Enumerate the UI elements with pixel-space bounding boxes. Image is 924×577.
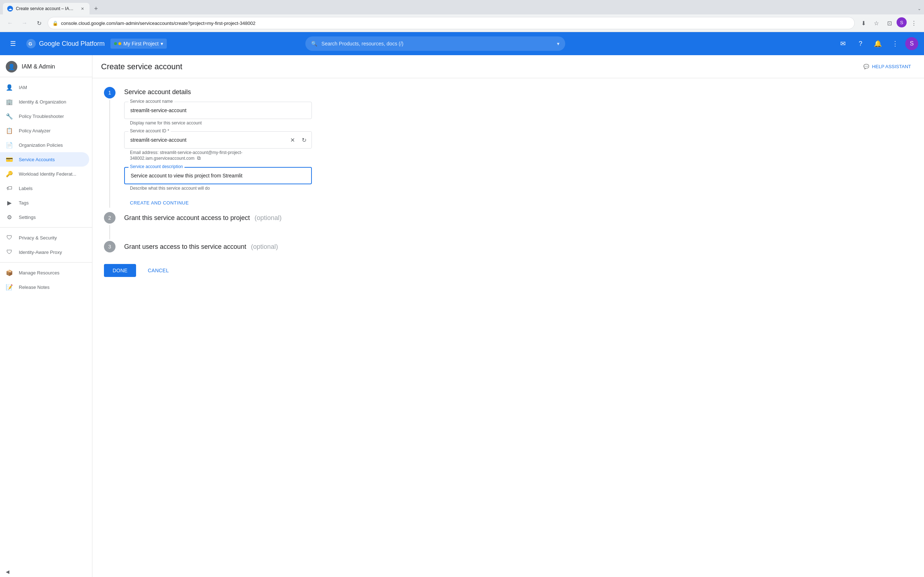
- lock-icon: 🔒: [52, 21, 58, 26]
- step1-circle: 1: [104, 87, 115, 98]
- refresh-button[interactable]: ↻: [33, 17, 45, 29]
- browser-more-button[interactable]: ⋮: [908, 17, 920, 29]
- tab-favicon: ☁: [7, 6, 13, 11]
- org-policies-icon: 📄: [6, 142, 13, 148]
- service-account-name-input[interactable]: [124, 102, 312, 119]
- header-actions: ✉ ? 🔔 ⋮ S: [836, 36, 918, 51]
- iam-icon: 👤: [6, 84, 13, 91]
- step1-connector-line: [109, 100, 110, 208]
- release-notes-icon: 📝: [6, 284, 13, 291]
- user-avatar[interactable]: S: [905, 37, 918, 50]
- more-options-button[interactable]: ⋮: [888, 36, 902, 51]
- sidebar-item-release-notes[interactable]: 📝 Release Notes: [0, 280, 89, 294]
- tags-icon: ▶: [6, 200, 13, 206]
- page-header: Create service account 💬 HELP ASSISTANT: [92, 55, 924, 78]
- step1-indicator: 1: [104, 87, 115, 209]
- google-cloud-logo-icon: G: [26, 39, 36, 49]
- sidebar-item-manage-resources[interactable]: 📦 Manage Resources: [0, 266, 89, 280]
- sidebar-item-labels[interactable]: 🏷 Labels: [0, 181, 89, 195]
- sidebar-item-policy-analyzer[interactable]: 📋 Policy Analyzer: [0, 123, 89, 138]
- app-logo-text: Google Cloud Platform: [39, 40, 105, 48]
- sidebar: 👤 IAM & Admin 👤 IAM 🏢 Identity & Organiz…: [0, 55, 92, 577]
- sidebar-item-settings[interactable]: ⚙ Settings: [0, 210, 89, 224]
- bookmark-button[interactable]: ☆: [871, 17, 882, 29]
- sidebar-item-tags[interactable]: ▶ Tags: [0, 195, 89, 210]
- notification-icon-button[interactable]: 🔔: [871, 36, 885, 51]
- sidebar-item-org-policies[interactable]: 📄 Organization Policies: [0, 138, 89, 152]
- sidebar-item-identity-aware-proxy[interactable]: 🛡 Identity-Aware Proxy: [0, 245, 89, 259]
- sidebar-item-workload-identity[interactable]: 🔑 Workload Identity Federat...: [0, 167, 89, 181]
- create-and-continue-button[interactable]: CREATE AND CONTINUE: [124, 197, 195, 209]
- browser-chrome: ☁ Create service account – IAM & ✕ + ⌄ ←…: [0, 0, 924, 32]
- step2-content: Grant this service account access to pro…: [124, 212, 406, 241]
- app-logo: G Google Cloud Platform: [26, 39, 105, 49]
- sidebar-label-tags: Tags: [19, 200, 29, 206]
- step3-content: Grant users access to this service accou…: [124, 241, 406, 253]
- service-accounts-icon: 💳: [6, 156, 13, 163]
- copy-email-button[interactable]: ⧉: [197, 155, 201, 161]
- done-button[interactable]: DONE: [104, 264, 136, 277]
- service-account-name-label: Service account name: [129, 99, 174, 104]
- cancel-button[interactable]: CANCEL: [139, 264, 177, 277]
- download-button[interactable]: ⬇: [858, 17, 869, 29]
- project-selector[interactable]: My First Project ▾: [110, 39, 167, 49]
- project-name: My First Project: [123, 41, 158, 47]
- svg-text:G: G: [29, 41, 32, 47]
- tab-title: Create service account – IAM &: [16, 6, 76, 11]
- email-display: Email address: streamlit-service-account…: [124, 150, 406, 161]
- privacy-security-icon: 🛡: [6, 234, 13, 241]
- forward-button[interactable]: →: [19, 17, 30, 29]
- create-continue-wrapper: CREATE AND CONTINUE: [124, 197, 406, 209]
- nav-bar: ← → ↻ 🔒 console.cloud.google.com/iam-adm…: [0, 15, 924, 32]
- service-account-id-input[interactable]: [124, 131, 312, 148]
- sidebar-label-service-accounts: Service Accounts: [19, 157, 55, 162]
- sidebar-collapse-button[interactable]: ◀: [0, 566, 92, 577]
- labels-icon: 🏷: [6, 185, 13, 192]
- address-url: console.cloud.google.com/iam-admin/servi…: [61, 21, 850, 26]
- sidebar-item-iam[interactable]: 👤 IAM: [0, 80, 89, 95]
- service-account-description-wrapper: Service account description: [124, 167, 312, 184]
- back-button[interactable]: ←: [4, 17, 16, 29]
- help-icon-button[interactable]: ?: [853, 36, 868, 51]
- sidebar-item-privacy-security[interactable]: 🛡 Privacy & Security: [0, 230, 89, 245]
- new-tab-button[interactable]: +: [91, 3, 101, 14]
- service-account-name-hint: Display name for this service account: [124, 121, 406, 126]
- split-view-button[interactable]: ⊡: [884, 17, 895, 29]
- sidebar-item-policy-troubleshooter[interactable]: 🔧 Policy Troubleshooter: [0, 109, 89, 123]
- identity-aware-proxy-icon: 🛡: [6, 249, 13, 255]
- sidebar-title: IAM & Admin: [22, 63, 55, 70]
- sidebar-label-settings: Settings: [19, 214, 36, 220]
- active-tab[interactable]: ☁ Create service account – IAM & ✕: [3, 3, 89, 15]
- maximize-button[interactable]: ⌄: [918, 6, 921, 11]
- step1-title: Service account details: [124, 89, 406, 96]
- step3-section: 3 Grant users access to this service acc…: [104, 241, 406, 253]
- search-bar[interactable]: 🔍 Search Products, resources, docs (/) ▾: [305, 36, 565, 51]
- tab-close-button[interactable]: ✕: [79, 6, 85, 11]
- service-account-id-field: Service account ID * ✕ ↻: [124, 131, 406, 161]
- refresh-id-button[interactable]: ↻: [299, 135, 309, 145]
- support-icon-button[interactable]: ✉: [836, 36, 850, 51]
- step3-optional: (optional): [251, 243, 278, 250]
- search-icon: 🔍: [311, 41, 317, 47]
- sidebar-label-iam: IAM: [19, 85, 27, 90]
- project-icon: [114, 42, 121, 45]
- manage-resources-icon: 📦: [6, 269, 13, 276]
- sidebar-label-identity-org: Identity & Organization: [19, 99, 66, 105]
- step3-circle: 3: [104, 241, 115, 253]
- browser-profile-avatar[interactable]: S: [897, 17, 907, 27]
- help-assistant-button[interactable]: 💬 HELP ASSISTANT: [859, 61, 915, 72]
- address-bar[interactable]: 🔒 console.cloud.google.com/iam-admin/ser…: [48, 17, 855, 29]
- sidebar-item-identity-org[interactable]: 🏢 Identity & Organization: [0, 95, 89, 109]
- sidebar-nav: 👤 IAM 🏢 Identity & Organization 🔧 Policy…: [0, 77, 92, 297]
- help-assistant-icon: 💬: [863, 64, 869, 69]
- clear-id-button[interactable]: ✕: [287, 135, 297, 145]
- nav-actions: ⬇ ☆ ⊡ S ⋮: [858, 17, 920, 29]
- hamburger-menu-button[interactable]: ☰: [6, 36, 20, 51]
- service-account-description-input[interactable]: [124, 167, 312, 184]
- sidebar-label-org-policies: Organization Policies: [19, 142, 63, 148]
- sidebar-label-policy-troubleshooter: Policy Troubleshooter: [19, 114, 64, 119]
- workload-identity-icon: 🔑: [6, 171, 13, 177]
- sidebar-item-service-accounts[interactable]: 💳 Service Accounts: [0, 152, 89, 167]
- bottom-actions: DONE CANCEL: [104, 261, 406, 277]
- service-account-id-label: Service account ID *: [129, 128, 171, 134]
